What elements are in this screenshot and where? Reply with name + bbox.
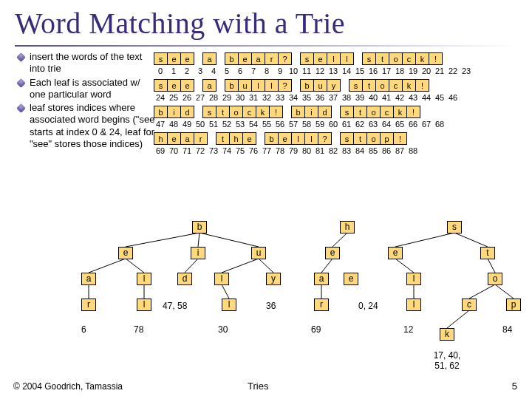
trie-node: k bbox=[440, 328, 454, 341]
trie-node: e bbox=[388, 247, 403, 259]
trie-node: p bbox=[506, 299, 521, 311]
svg-line-12 bbox=[395, 259, 414, 273]
svg-line-7 bbox=[126, 259, 144, 273]
trie-node: e bbox=[344, 273, 358, 285]
trie-node: l bbox=[406, 299, 421, 311]
trie-node: t bbox=[480, 247, 495, 259]
svg-line-21 bbox=[447, 310, 469, 328]
svg-line-6 bbox=[89, 259, 126, 273]
bullet-item: insert the words of the text into trie bbox=[18, 51, 158, 75]
svg-line-9 bbox=[222, 259, 259, 273]
trie-node: y bbox=[266, 273, 281, 285]
trie-node: o bbox=[488, 273, 502, 285]
svg-line-4 bbox=[395, 233, 454, 247]
svg-line-0 bbox=[126, 233, 200, 247]
trie-leaf-indices: 0, 24 bbox=[358, 301, 378, 311]
svg-line-20 bbox=[495, 284, 514, 299]
bullet-list: insert the words of the text into trieEa… bbox=[18, 51, 158, 151]
trie-node: c bbox=[462, 299, 477, 311]
trie-leaf-indices: 30 bbox=[218, 324, 228, 335]
trie-node: l bbox=[406, 273, 421, 285]
svg-line-10 bbox=[259, 259, 273, 273]
bullet-item: Each leaf is associated w/ one particula… bbox=[18, 77, 158, 101]
footer-page-number: 5 bbox=[512, 381, 517, 392]
svg-line-1 bbox=[198, 233, 200, 247]
trie-node: l bbox=[137, 299, 151, 311]
svg-line-16 bbox=[222, 284, 229, 299]
trie-node: l bbox=[214, 273, 229, 285]
trie-node: u bbox=[251, 247, 266, 259]
svg-line-2 bbox=[200, 233, 259, 247]
trie-node: r bbox=[314, 299, 329, 311]
svg-line-19 bbox=[469, 284, 495, 299]
trie-node: d bbox=[177, 273, 192, 285]
bullet-item: leaf stores indices where associated wor… bbox=[18, 102, 158, 150]
trie-leaf-indices: 36 bbox=[266, 301, 276, 311]
trie-node: l bbox=[222, 299, 236, 311]
footer-topic: Tries bbox=[248, 381, 268, 392]
trie-diagram: bhseiueetaldlyaelorllrlcpk47, 58360, 246… bbox=[22, 221, 532, 399]
trie-node: l bbox=[137, 273, 151, 285]
trie-node: r bbox=[81, 299, 96, 311]
slide-title: Word Matching with a Trie bbox=[15, 6, 517, 41]
trie-leaf-indices: 78 bbox=[134, 324, 143, 335]
footer-copyright: © 2004 Goodrich, Tamassia bbox=[13, 381, 123, 392]
trie-node: h bbox=[340, 221, 355, 233]
trie-node: e bbox=[118, 247, 133, 259]
svg-line-3 bbox=[332, 233, 347, 247]
title-rule bbox=[15, 45, 517, 47]
trie-leaf-indices: 17, 40, 51, 62 bbox=[425, 350, 469, 371]
svg-line-8 bbox=[185, 259, 198, 273]
trie-leaf-indices: 69 bbox=[311, 324, 321, 335]
trie-node: i bbox=[191, 247, 205, 259]
svg-line-13 bbox=[488, 259, 495, 273]
trie-node: a bbox=[314, 273, 329, 285]
trie-node: a bbox=[81, 273, 96, 285]
text-strips: seeabear?sellstock!012345678910111213141… bbox=[154, 52, 473, 159]
trie-node: s bbox=[447, 221, 462, 233]
trie-node: e bbox=[325, 247, 340, 259]
trie-leaf-indices: 47, 58 bbox=[163, 301, 187, 311]
svg-line-11 bbox=[321, 259, 332, 273]
trie-node: b bbox=[192, 221, 207, 233]
trie-leaf-indices: 12 bbox=[403, 324, 413, 335]
trie-leaf-indices: 84 bbox=[502, 324, 512, 335]
svg-line-5 bbox=[454, 233, 488, 247]
trie-edges bbox=[22, 221, 532, 399]
trie-leaf-indices: 6 bbox=[81, 324, 86, 335]
